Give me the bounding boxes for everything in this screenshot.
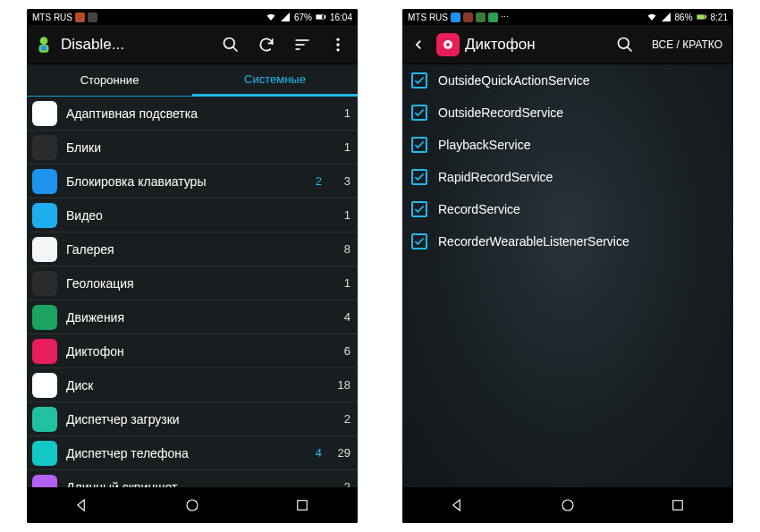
- svg-point-19: [618, 38, 629, 48]
- signal-icon: [280, 12, 291, 22]
- app-row-icon: [32, 475, 57, 488]
- app-row-count: 8: [331, 242, 350, 256]
- clock: 16:04: [330, 13, 352, 22]
- recent-button[interactable]: [284, 487, 320, 523]
- service-item[interactable]: OutsideRecordService: [402, 97, 733, 129]
- checkbox-icon[interactable]: [411, 137, 427, 153]
- app-row-icon: [32, 135, 57, 160]
- service-item[interactable]: OutsideQuickActionService: [402, 64, 733, 97]
- app-row-count: 1: [331, 140, 350, 154]
- checkbox-icon[interactable]: [411, 72, 427, 89]
- service-item[interactable]: RecordService: [402, 193, 733, 225]
- app-row-icon: [32, 237, 57, 262]
- refresh-icon[interactable]: [250, 29, 283, 61]
- list-item[interactable]: Движения 4: [27, 300, 358, 334]
- svg-rect-2: [317, 15, 322, 19]
- svg-point-3: [40, 37, 48, 45]
- tab-system[interactable]: Системные: [192, 64, 358, 97]
- app-row-count: 1: [331, 208, 350, 222]
- app-row-count: 2: [331, 412, 350, 426]
- list-item[interactable]: Галерея 8: [27, 232, 358, 266]
- signal-icon: [661, 12, 671, 22]
- service-label: RecordService: [438, 202, 520, 216]
- checkbox-icon[interactable]: [411, 105, 427, 121]
- svg-point-21: [562, 500, 573, 511]
- app-row-count: 18: [331, 378, 350, 392]
- wifi-icon: [646, 12, 657, 22]
- notif-icon: [476, 13, 486, 22]
- app-row-count: 2: [331, 480, 350, 487]
- app-row-count: 1: [331, 106, 350, 120]
- app-row-label: Диспетчер телефона: [66, 446, 293, 460]
- service-item[interactable]: PlaybackService: [402, 129, 733, 161]
- list-item[interactable]: Диспетчер телефона 4 29: [27, 436, 358, 470]
- notif-icon: [463, 13, 473, 22]
- back-icon[interactable]: [406, 29, 431, 61]
- app-row-icon: [32, 373, 57, 398]
- app-row-count: 1: [331, 276, 350, 290]
- checkbox-icon[interactable]: [411, 233, 427, 249]
- app-row-icon: [32, 305, 57, 330]
- back-button[interactable]: [64, 487, 100, 523]
- list-item[interactable]: Диск 18: [27, 368, 358, 402]
- overflow-icon[interactable]: [322, 29, 354, 61]
- app-row-icon: [32, 203, 57, 228]
- svg-line-7: [233, 46, 238, 51]
- carrier-label: MTS RUS: [32, 13, 72, 22]
- recent-button[interactable]: [660, 487, 696, 523]
- service-item[interactable]: RecorderWearableListenerService: [402, 225, 733, 258]
- svg-point-12: [336, 43, 339, 46]
- svg-rect-5: [41, 46, 47, 50]
- notif-icon: [75, 13, 85, 22]
- list-item[interactable]: Диктофон 6: [27, 334, 358, 368]
- list-item[interactable]: Геолокация 1: [27, 266, 358, 300]
- app-icon[interactable]: [30, 31, 57, 58]
- app-row-disabled-count: 4: [302, 446, 322, 460]
- list-item[interactable]: Адаптивная подсветка 1: [27, 97, 358, 131]
- list-item[interactable]: Блокировка клавиатуры 2 3: [27, 165, 358, 198]
- app-row-count: 29: [331, 446, 350, 460]
- app-row-label: Движения: [66, 310, 322, 325]
- phone-right: MTS RUS ⋯ 86% 8:21: [402, 9, 733, 523]
- clock: 8:21: [711, 13, 728, 22]
- list-item[interactable]: Видео 1: [27, 198, 358, 232]
- list-item[interactable]: Длинный скриншот 2: [27, 470, 358, 487]
- app-row-icon: [32, 101, 57, 126]
- app-row-label: Длинный скриншот: [66, 480, 322, 488]
- svg-rect-18: [697, 15, 705, 19]
- back-button[interactable]: [440, 487, 476, 523]
- list-item[interactable]: Диспетчер загрузки 2: [27, 402, 358, 436]
- app-row-label: Адаптивная подсветка: [66, 106, 322, 121]
- service-item[interactable]: RapidRecordService: [402, 161, 733, 193]
- checkbox-icon[interactable]: [411, 201, 427, 217]
- app-row-icon: [32, 441, 57, 466]
- app-list[interactable]: Адаптивная подсветка 1 Блики 1 Блокировк…: [27, 97, 358, 487]
- svg-rect-22: [673, 501, 683, 511]
- tab-thirdparty[interactable]: Сторонние: [27, 64, 192, 96]
- svg-point-11: [336, 38, 339, 40]
- home-button[interactable]: [550, 487, 586, 523]
- sort-icon[interactable]: [286, 29, 318, 61]
- list-item[interactable]: Блики 1: [27, 131, 358, 165]
- checkbox-icon[interactable]: [411, 169, 427, 185]
- service-label: OutsideQuickActionService: [438, 73, 590, 88]
- app-title: Disable...: [61, 36, 124, 54]
- service-list[interactable]: OutsideQuickActionService OutsideRecordS…: [402, 64, 733, 487]
- app-row-label: Видео: [66, 208, 322, 223]
- status-bar: MTS RUS 67% 16:04: [27, 9, 358, 25]
- battery-pct: 86%: [675, 13, 693, 22]
- home-button[interactable]: [174, 487, 210, 523]
- service-label: RecorderWearableListenerService: [438, 234, 629, 249]
- search-icon[interactable]: [609, 29, 641, 61]
- search-icon[interactable]: [215, 29, 247, 61]
- toggle-all-short[interactable]: ВСЕ / КРАТКО: [645, 38, 730, 51]
- app-row-icon: [32, 169, 57, 194]
- svg-point-13: [336, 48, 339, 51]
- app-row-icon: [32, 339, 57, 364]
- battery-icon: [697, 12, 707, 22]
- app-row-label: Диспетчер загрузки: [66, 412, 322, 426]
- app-row-label: Диск: [66, 378, 322, 393]
- app-row-label: Блики: [66, 140, 322, 155]
- svg-rect-15: [298, 501, 308, 511]
- app-row-count: 6: [331, 344, 350, 358]
